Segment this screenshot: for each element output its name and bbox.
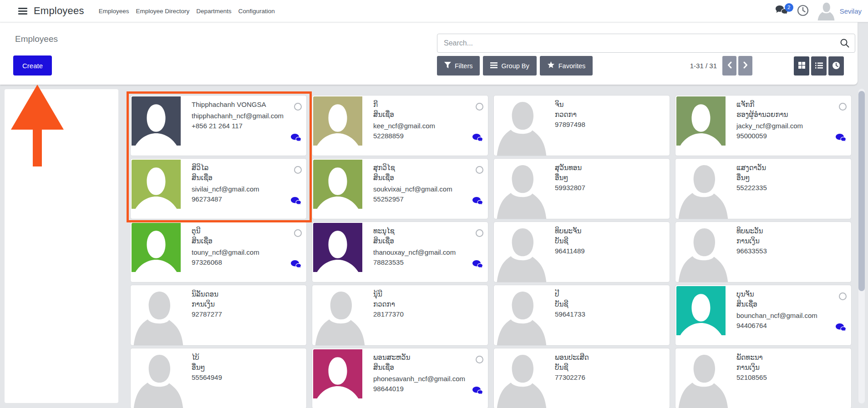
presence-status-ring[interactable] bbox=[294, 103, 302, 111]
employee-card[interactable]: ບຸນຈັນ ສິນເຊື່ອ bounchan_ncf@gmail.com 9… bbox=[675, 285, 852, 346]
activity-clock-icon bbox=[832, 61, 840, 71]
activities-button[interactable] bbox=[797, 5, 809, 18]
employee-job-title: ສິນເຊື່ອ bbox=[373, 363, 472, 373]
presence-status-ring[interactable] bbox=[476, 166, 483, 174]
employee-avatar bbox=[495, 96, 548, 156]
unread-message-icon[interactable] bbox=[472, 387, 483, 397]
control-panel: Employees Create Filters Group By Favori… bbox=[0, 22, 858, 85]
top-nav-bar: Employees EmployeesEmployee DirectoryDep… bbox=[0, 0, 868, 22]
employee-phone: 96411489 bbox=[555, 246, 654, 256]
user-menu[interactable] bbox=[817, 0, 835, 22]
employee-job-title: ສິນເຊື່ອ bbox=[736, 299, 836, 309]
employee-card[interactable]: ນຸ້ນີ ກວດກາ 28177370 bbox=[312, 285, 488, 346]
employee-name: ສິວິໄລ bbox=[192, 163, 291, 173]
unread-message-icon[interactable] bbox=[291, 260, 301, 270]
employee-card[interactable]: ຕຸນີ ສິນເຊື່ອ touny_ncf@gmail.com 973260… bbox=[130, 222, 307, 282]
employee-name: ນິລັນດອນ bbox=[192, 289, 291, 299]
employee-job-title: ອື່ນໆ bbox=[555, 173, 654, 183]
employee-email: bounchan_ncf@gmail.com bbox=[736, 311, 836, 321]
user-name[interactable]: Sevilay bbox=[840, 7, 862, 15]
employee-name: ພອນສະຫວັນ bbox=[373, 353, 472, 363]
star-icon bbox=[547, 61, 555, 70]
presence-status-ring[interactable] bbox=[294, 229, 302, 237]
presence-status-ring[interactable] bbox=[476, 356, 483, 363]
employee-card[interactable]: ທິບພະຈັນ ບັນຊີ 96411489 bbox=[493, 222, 670, 282]
main-menu: EmployeesEmployee DirectoryDepartmentsCo… bbox=[97, 5, 277, 17]
employee-card[interactable]: ປີ ບັນຊີ 59641733 bbox=[493, 285, 670, 346]
unread-message-icon[interactable] bbox=[291, 197, 301, 207]
employee-card[interactable]: ສຸກວິໄຊ ສິນເຊື່ອ soukvixai_ncf@gmail.com… bbox=[312, 158, 488, 219]
employee-phone: 28177370 bbox=[373, 309, 472, 319]
list-view-button[interactable] bbox=[811, 56, 827, 76]
employee-avatar bbox=[132, 349, 185, 408]
presence-status-ring[interactable] bbox=[294, 166, 302, 174]
menu-item-configuration[interactable]: Configuration bbox=[237, 5, 277, 17]
employee-phone: 55222335 bbox=[736, 183, 836, 193]
employee-avatar bbox=[132, 223, 181, 272]
employee-phone: 97326068 bbox=[192, 257, 291, 267]
messages-button[interactable]: 2 bbox=[775, 5, 789, 18]
employee-avatar bbox=[132, 286, 185, 345]
employee-card[interactable]: ພອນສະຫວັນ ສິນເຊື່ອ phonesavanh_ncf@gmail… bbox=[312, 348, 488, 408]
menu-item-departments[interactable]: Departments bbox=[194, 5, 233, 17]
menu-item-employee-directory[interactable]: Employee Directory bbox=[134, 5, 191, 17]
employee-card[interactable]: ແສງດາວັນ ອື່ນໆ 55222335 bbox=[675, 158, 852, 219]
employee-job-title: ຮອງຜູ້ອຳນວຍການ bbox=[736, 110, 836, 120]
employee-avatar bbox=[495, 223, 548, 282]
group-by-button[interactable]: Group By bbox=[483, 56, 536, 76]
employee-phone: 77302276 bbox=[555, 373, 654, 383]
kanban-view-button[interactable] bbox=[794, 56, 809, 76]
employee-avatar bbox=[495, 286, 548, 345]
search-icon[interactable] bbox=[840, 38, 850, 50]
employee-job-title: ການເງິນ bbox=[192, 299, 291, 309]
presence-status-ring[interactable] bbox=[839, 103, 847, 111]
unread-message-icon[interactable] bbox=[472, 134, 483, 144]
menu-item-employees[interactable]: Employees bbox=[97, 5, 131, 17]
employee-card[interactable]: ນິລັນດອນ ການເງິນ 92787277 bbox=[130, 285, 307, 346]
employee-avatar bbox=[676, 160, 730, 219]
employee-email: thanouxay_ncf@gmail.com bbox=[373, 247, 472, 257]
pager-previous-button[interactable] bbox=[722, 56, 736, 76]
unread-message-icon[interactable] bbox=[472, 260, 483, 270]
employee-card[interactable]: ທິບພະວັນ ການເງິນ 96633553 bbox=[675, 222, 852, 282]
employee-phone: 96273487 bbox=[192, 194, 291, 204]
vertical-scrollbar[interactable] bbox=[858, 89, 865, 403]
employee-job-title: ອື່ນໆ bbox=[192, 363, 291, 373]
presence-status-ring[interactable] bbox=[839, 292, 847, 300]
hamburger-menu-icon[interactable] bbox=[18, 6, 27, 16]
unread-message-icon[interactable] bbox=[836, 323, 846, 333]
presence-status-ring[interactable] bbox=[476, 229, 483, 237]
employee-card[interactable]: ຈິນ ກວດກາ 97897498 bbox=[493, 95, 670, 156]
employee-card[interactable]: ທະນຸໄຊ ສິນເຊື່ອ thanouxay_ncf@gmail.com … bbox=[312, 222, 488, 282]
unread-message-icon[interactable] bbox=[291, 134, 301, 144]
employee-name: ຈິນ bbox=[555, 100, 654, 110]
employee-card[interactable]: ສິວິໄລ ສິນເຊື່ອ sivilai_ncf@gmail.com 96… bbox=[130, 158, 307, 219]
create-button[interactable]: Create bbox=[13, 55, 52, 76]
app-title: Employees bbox=[34, 5, 84, 17]
employee-phone: 59641733 bbox=[555, 309, 654, 319]
unread-message-icon[interactable] bbox=[472, 197, 483, 207]
search-input[interactable] bbox=[437, 34, 855, 53]
pager-next-button[interactable] bbox=[738, 56, 752, 76]
activity-view-button[interactable] bbox=[828, 56, 844, 76]
filters-button[interactable]: Filters bbox=[437, 56, 480, 76]
employee-card[interactable]: Thipphachanh VONGSA thipphachanh_ncf@gma… bbox=[130, 95, 307, 156]
employee-card[interactable]: ສຸວັນທອນ ອື່ນໆ 59932807 bbox=[493, 158, 670, 219]
employee-card[interactable]: ພັດທະນາ ການເງິນ 52108565 bbox=[675, 348, 852, 408]
employee-card[interactable]: ກີ ສິນເຊື່ອ kee_ncf@gmail.com 52288859 bbox=[312, 95, 488, 156]
favorites-button[interactable]: Favorites bbox=[540, 56, 593, 76]
group-by-lines-icon bbox=[490, 62, 497, 70]
unread-message-icon[interactable] bbox=[836, 134, 846, 144]
employee-card[interactable]: ແຈັກກີ ຮອງຜູ້ອຳນວຍການ jacky_ncf@gmail.co… bbox=[675, 95, 852, 156]
presence-status-ring[interactable] bbox=[476, 103, 483, 111]
employee-avatar bbox=[313, 349, 362, 398]
employee-avatar bbox=[495, 160, 548, 219]
employee-job-title: ສິນເຊື່ອ bbox=[373, 110, 472, 120]
messages-badge: 2 bbox=[785, 3, 793, 12]
employee-email: kee_ncf@gmail.com bbox=[373, 121, 472, 131]
employee-card[interactable]: ໄບ້ ອື່ນໆ 55564949 bbox=[130, 348, 307, 408]
employee-job-title: ການເງິນ bbox=[736, 363, 836, 373]
employee-card[interactable]: ພອນປະເສີດ ບັນຊີ 77302276 bbox=[493, 348, 670, 408]
scrollbar-thumb[interactable] bbox=[858, 91, 865, 291]
employee-email: phonesavanh_ncf@gmail.com bbox=[373, 374, 472, 384]
